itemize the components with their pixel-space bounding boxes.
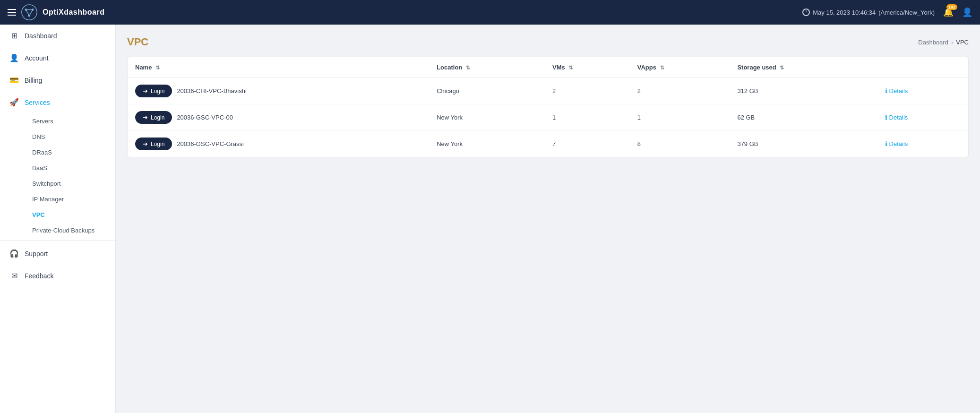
col-vapps[interactable]: VApps ⇅ (630, 57, 730, 78)
sidebar-label-support: Support (25, 250, 48, 258)
dashboard-icon: ⊞ (9, 31, 19, 40)
topnav: OptiXdashboard May 15, 2023 10:46:34 (Am… (0, 0, 980, 25)
sort-icon-name: ⇅ (155, 65, 160, 71)
details-label-2: Details (889, 140, 908, 147)
sidebar: ⊞ Dashboard 👤 Account 💳 Billing 🚀 Servic… (0, 25, 116, 413)
vpc-name-2: 20036-GSC-VPC-Grassi (177, 140, 244, 147)
breadcrumb-home[interactable]: Dashboard (918, 39, 948, 46)
cell-vapps-2: 8 (630, 131, 730, 157)
sidebar-label-account: Account (25, 54, 49, 62)
sidebar-item-billing[interactable]: 💳 Billing (0, 69, 115, 91)
login-button-1[interactable]: ➜ Login (135, 111, 172, 124)
clock-icon (802, 9, 810, 16)
details-label-0: Details (889, 87, 908, 95)
account-icon: 👤 (9, 53, 19, 62)
sidebar-item-feedback[interactable]: ✉ Feedback (0, 265, 115, 287)
logo-icon (21, 4, 38, 21)
cell-location-0: Chicago (429, 78, 545, 104)
svg-point-0 (22, 5, 37, 20)
sidebar-sub-baas[interactable]: BaaS (25, 160, 115, 176)
sidebar-divider (0, 240, 115, 241)
login-label-1: Login (151, 114, 164, 121)
cell-details-1: ℹ Details (877, 104, 968, 131)
details-link-2[interactable]: ℹ Details (885, 140, 908, 147)
cell-vms-0: 2 (545, 78, 630, 104)
topnav-right: May 15, 2023 10:46:34 (America/New_York)… (802, 7, 972, 17)
details-link-1[interactable]: ℹ Details (885, 114, 908, 121)
sidebar-spacer (0, 287, 115, 413)
col-vms[interactable]: VMs ⇅ (545, 57, 630, 78)
page-header: VPC Dashboard › VPC (127, 36, 969, 48)
cell-vms-2: 7 (545, 131, 630, 157)
info-icon-2: ℹ (885, 140, 887, 147)
user-avatar-icon[interactable]: 👤 (962, 7, 972, 17)
sidebar-services-submenu: Servers DNS DRaaS BaaS Switchport IP Man… (0, 113, 115, 238)
sidebar-sub-dns[interactable]: DNS (25, 129, 115, 145)
vpc-table: Name ⇅ Location ⇅ VMs ⇅ VApps (128, 57, 968, 157)
vpc-name-0: 20036-CHI-VPC-Bhavishi (177, 87, 246, 95)
sidebar-label-billing: Billing (25, 77, 42, 84)
vpc-name-1: 20036-GSC-VPC-00 (177, 114, 233, 121)
svg-line-6 (29, 10, 33, 16)
col-storage[interactable]: Storage used ⇅ (730, 57, 877, 78)
cell-name-0: ➜ Login 20036-CHI-VPC-Bhavishi (128, 78, 429, 104)
sort-icon-storage: ⇅ (780, 65, 784, 71)
col-actions (877, 57, 968, 78)
hamburger-menu[interactable] (8, 9, 16, 16)
info-icon-1: ℹ (885, 114, 887, 121)
sort-icon-vapps: ⇅ (660, 65, 664, 71)
sidebar-sub-ip-manager[interactable]: IP Manager (25, 191, 115, 207)
login-label-2: Login (151, 141, 164, 147)
table-row: ➜ Login 20036-GSC-VPC-00 New York 1 1 62… (128, 104, 968, 131)
cell-details-0: ℹ Details (877, 78, 968, 104)
notification-badge: 102 (946, 4, 957, 10)
datetime-text: May 15, 2023 10:46:34 (813, 9, 876, 16)
details-link-0[interactable]: ℹ Details (885, 87, 908, 95)
login-label-0: Login (151, 88, 164, 95)
col-name[interactable]: Name ⇅ (128, 57, 429, 78)
sidebar-item-account[interactable]: 👤 Account (0, 47, 115, 69)
billing-icon: 💳 (9, 76, 19, 85)
sidebar-sub-servers[interactable]: Servers (25, 113, 115, 129)
sidebar-sub-private-cloud-backups[interactable]: Private-Cloud Backups (25, 223, 115, 238)
login-button-2[interactable]: ➜ Login (135, 138, 172, 150)
cell-storage-0: 312 GB (730, 78, 877, 104)
login-arrow-icon-2: ➜ (143, 140, 148, 147)
sort-icon-location: ⇅ (466, 65, 470, 71)
cell-vapps-1: 1 (630, 104, 730, 131)
timezone-text: (America/New_York) (878, 9, 935, 16)
col-location[interactable]: Location ⇅ (429, 57, 545, 78)
support-icon: 🎧 (9, 249, 19, 258)
main-content: VPC Dashboard › VPC Name ⇅ Location (116, 25, 980, 413)
topnav-left: OptiXdashboard (8, 4, 104, 21)
sidebar-item-dashboard[interactable]: ⊞ Dashboard (0, 25, 115, 47)
cell-details-2: ℹ Details (877, 131, 968, 157)
sidebar-label-dashboard: Dashboard (25, 32, 57, 40)
breadcrumb-separator: › (951, 39, 953, 46)
sidebar-sub-switchport[interactable]: Switchport (25, 176, 115, 191)
login-arrow-icon-0: ➜ (143, 87, 148, 95)
services-icon: 🚀 (9, 98, 19, 107)
cell-vms-1: 1 (545, 104, 630, 131)
login-button-0[interactable]: ➜ Login (135, 85, 172, 97)
sidebar-item-services[interactable]: 🚀 Services (0, 91, 115, 113)
sidebar-label-services: Services (25, 99, 50, 106)
login-arrow-icon-1: ➜ (143, 114, 148, 121)
app-title: OptiXdashboard (43, 8, 104, 17)
cell-location-2: New York (429, 131, 545, 157)
table-row: ➜ Login 20036-GSC-VPC-Grassi New York 7 … (128, 131, 968, 157)
sidebar-sub-vpc[interactable]: VPC (25, 207, 115, 223)
cell-location-1: New York (429, 104, 545, 131)
page-title: VPC (127, 36, 148, 48)
sidebar-item-support[interactable]: 🎧 Support (0, 242, 115, 265)
table-row: ➜ Login 20036-CHI-VPC-Bhavishi Chicago 2… (128, 78, 968, 104)
cell-name-1: ➜ Login 20036-GSC-VPC-00 (128, 104, 429, 131)
cell-vapps-0: 2 (630, 78, 730, 104)
breadcrumb: Dashboard › VPC (918, 39, 969, 46)
sidebar-sub-draas[interactable]: DRaaS (25, 145, 115, 160)
cell-storage-2: 379 GB (730, 131, 877, 157)
breadcrumb-current: VPC (956, 39, 969, 46)
layout: ⊞ Dashboard 👤 Account 💳 Billing 🚀 Servic… (0, 25, 980, 413)
feedback-icon: ✉ (9, 271, 19, 280)
notifications-button[interactable]: 🔔 102 (943, 7, 954, 17)
